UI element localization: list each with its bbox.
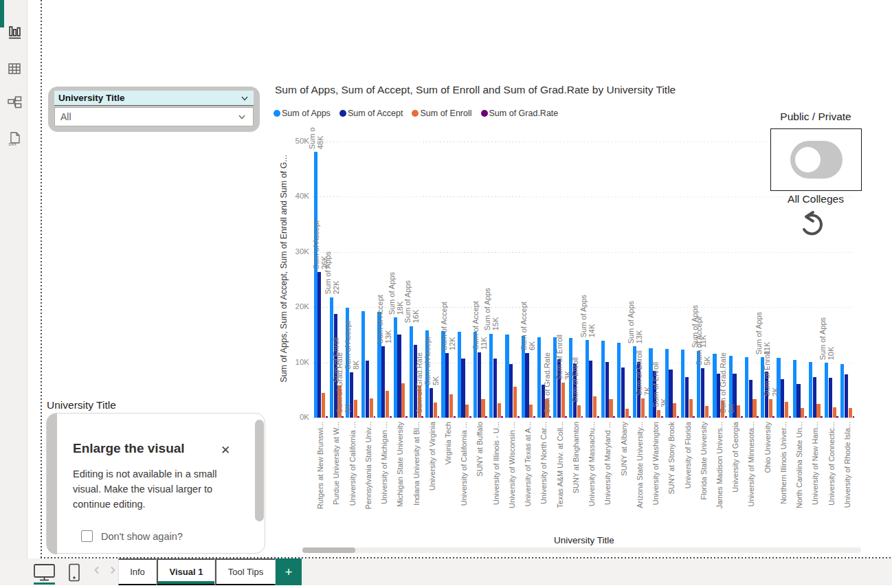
bar-sum-of-apps[interactable] bbox=[377, 312, 381, 418]
bar-sum-of-apps[interactable] bbox=[330, 297, 333, 418]
bar-sum-of-apps[interactable] bbox=[569, 338, 572, 418]
model-view-icon[interactable] bbox=[6, 95, 23, 111]
bar-sum-of-enroll[interactable] bbox=[561, 383, 565, 418]
bar-sum-of-accept[interactable] bbox=[637, 362, 640, 418]
bar-sum-of-apps[interactable] bbox=[825, 363, 828, 418]
bar-sum-of-enroll[interactable] bbox=[322, 393, 325, 418]
bar-sum-of-accept[interactable] bbox=[653, 371, 656, 418]
bar-sum-of-enroll[interactable] bbox=[370, 398, 373, 418]
bar-sum-of-accept[interactable] bbox=[525, 353, 528, 418]
legend-item[interactable]: Sum of Accept bbox=[339, 109, 403, 118]
bar-sum-of-enroll[interactable] bbox=[529, 405, 533, 418]
bar-sum-of-enroll[interactable] bbox=[721, 400, 724, 418]
bar-sum-of-enroll[interactable] bbox=[545, 399, 548, 418]
bar-sum-of-accept[interactable] bbox=[430, 388, 433, 418]
bar-sum-of-apps[interactable] bbox=[793, 360, 796, 418]
bar-sum-of-apps[interactable] bbox=[425, 330, 429, 418]
bar-sum-of-apps[interactable] bbox=[458, 332, 461, 418]
bar-sum-of-accept[interactable] bbox=[605, 362, 609, 418]
page-tab-info[interactable]: Info bbox=[118, 558, 157, 585]
bar-sum-of-grad-rate[interactable] bbox=[581, 416, 583, 418]
bar-sum-of-apps[interactable] bbox=[346, 308, 349, 418]
bar-sum-of-apps[interactable] bbox=[410, 326, 413, 418]
bar-sum-of-enroll[interactable] bbox=[449, 394, 453, 418]
bar-sum-of-enroll[interactable] bbox=[816, 404, 820, 418]
bar-sum-of-accept[interactable] bbox=[478, 352, 481, 418]
bar-sum-of-enroll[interactable] bbox=[418, 385, 421, 418]
bar-sum-of-enroll[interactable] bbox=[481, 399, 484, 418]
bar-sum-of-apps[interactable] bbox=[489, 334, 493, 418]
bar-sum-of-accept[interactable] bbox=[621, 368, 625, 418]
scrollbar-thumb[interactable] bbox=[302, 547, 355, 553]
bar-sum-of-apps[interactable] bbox=[777, 358, 780, 418]
undo-arrow-icon[interactable] bbox=[797, 210, 827, 240]
bar-sum-of-apps[interactable] bbox=[761, 357, 764, 418]
chevron-down-icon[interactable] bbox=[240, 93, 249, 103]
bar-sum-of-grad-rate[interactable] bbox=[390, 416, 392, 418]
public-private-toggle-button[interactable] bbox=[770, 128, 862, 191]
bar-sum-of-enroll[interactable] bbox=[849, 408, 852, 418]
bar-sum-of-grad-rate[interactable] bbox=[645, 416, 647, 418]
bar-sum-of-accept[interactable] bbox=[414, 345, 417, 418]
bar-sum-of-enroll[interactable] bbox=[386, 391, 389, 418]
bar-sum-of-apps[interactable] bbox=[505, 335, 509, 418]
bar-sum-of-accept[interactable] bbox=[669, 370, 672, 418]
bar-sum-of-accept[interactable] bbox=[461, 359, 465, 418]
bar-sum-of-enroll[interactable] bbox=[337, 385, 341, 418]
bar-sum-of-accept[interactable] bbox=[685, 377, 689, 418]
bar-sum-of-apps[interactable] bbox=[473, 332, 477, 418]
chart-horizontal-scrollbar[interactable] bbox=[302, 547, 861, 553]
small-visual-card[interactable]: Enlarge the visual ✕ Editing is not avai… bbox=[46, 413, 265, 554]
bar-sum-of-grad-rate[interactable] bbox=[501, 416, 503, 418]
bar-sum-of-apps[interactable] bbox=[441, 331, 445, 418]
legend-item[interactable]: Sum of Enroll bbox=[412, 109, 471, 118]
bar-sum-of-enroll[interactable] bbox=[625, 409, 629, 418]
bar-sum-of-enroll[interactable] bbox=[401, 383, 405, 418]
bar-sum-of-apps[interactable] bbox=[617, 343, 621, 418]
bar-sum-of-grad-rate[interactable] bbox=[454, 416, 456, 418]
add-page-button[interactable]: + bbox=[276, 558, 302, 585]
bar-sum-of-apps[interactable] bbox=[314, 152, 317, 418]
bar-sum-of-apps[interactable] bbox=[729, 356, 733, 418]
bar-sum-of-grad-rate[interactable] bbox=[326, 416, 328, 418]
legend-item[interactable]: Sum of Grad.Rate bbox=[481, 109, 559, 118]
bar-sum-of-enroll[interactable] bbox=[769, 399, 772, 418]
bar-sum-of-apps[interactable] bbox=[649, 348, 652, 418]
bar-sum-of-accept[interactable] bbox=[717, 374, 720, 418]
bar-sum-of-accept[interactable] bbox=[829, 378, 832, 418]
bar-sum-of-enroll[interactable] bbox=[785, 402, 788, 418]
bar-sum-of-accept[interactable] bbox=[701, 368, 704, 418]
next-page-icon[interactable] bbox=[107, 563, 118, 578]
page-tab-visual-1[interactable]: Visual 1 bbox=[157, 558, 215, 585]
bar-sum-of-grad-rate[interactable] bbox=[469, 416, 471, 418]
bar-sum-of-apps[interactable] bbox=[840, 364, 844, 418]
bar-sum-of-accept[interactable] bbox=[381, 346, 385, 418]
bar-sum-of-accept[interactable] bbox=[589, 361, 592, 418]
bar-sum-of-enroll[interactable] bbox=[705, 406, 709, 418]
bar-sum-of-grad-rate[interactable] bbox=[661, 416, 663, 418]
bar-sum-of-accept[interactable] bbox=[397, 335, 401, 418]
slicer-dropdown[interactable]: All bbox=[54, 107, 254, 126]
bar-sum-of-accept[interactable] bbox=[573, 363, 577, 418]
bar-sum-of-apps[interactable] bbox=[537, 337, 541, 418]
bar-sum-of-apps[interactable] bbox=[665, 349, 669, 418]
bar-sum-of-accept[interactable] bbox=[557, 359, 561, 418]
bar-sum-of-enroll[interactable] bbox=[577, 405, 581, 418]
bar-sum-of-enroll[interactable] bbox=[752, 399, 756, 418]
bar-sum-of-accept[interactable] bbox=[733, 374, 736, 418]
bar-sum-of-grad-rate[interactable] bbox=[853, 416, 855, 418]
bar-sum-of-accept[interactable] bbox=[334, 314, 337, 418]
legend-item[interactable]: Sum of Apps bbox=[274, 109, 331, 118]
bar-sum-of-accept[interactable] bbox=[366, 361, 369, 418]
close-icon[interactable]: ✕ bbox=[218, 442, 233, 457]
bar-sum-of-enroll[interactable] bbox=[833, 407, 836, 418]
visual-drag-handle-left[interactable] bbox=[47, 414, 57, 554]
bar-sum-of-enroll[interactable] bbox=[609, 399, 612, 418]
bar-sum-of-grad-rate[interactable] bbox=[485, 416, 487, 418]
data-view-icon[interactable] bbox=[6, 60, 23, 77]
page-tab-tool-tips[interactable]: Tool Tips bbox=[215, 558, 276, 585]
bar-sum-of-grad-rate[interactable] bbox=[725, 416, 727, 418]
bar-sum-of-enroll[interactable] bbox=[641, 398, 645, 418]
report-view-icon[interactable] bbox=[6, 24, 23, 41]
bar-sum-of-accept[interactable] bbox=[493, 359, 497, 418]
